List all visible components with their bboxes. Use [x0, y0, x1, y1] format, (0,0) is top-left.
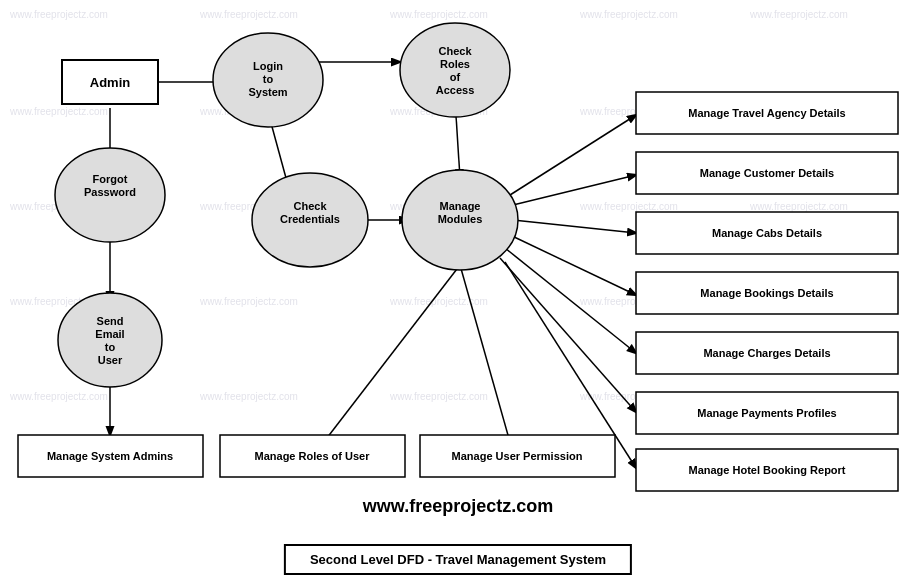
- svg-line-33: [310, 265, 460, 460]
- svg-text:Check: Check: [293, 200, 327, 212]
- svg-text:Manage Charges Details: Manage Charges Details: [703, 347, 830, 359]
- svg-line-38: [510, 235, 636, 295]
- svg-point-61: [58, 293, 162, 387]
- svg-text:Manage Cabs Details: Manage Cabs Details: [712, 227, 822, 239]
- svg-text:Check: Check: [438, 45, 472, 57]
- svg-text:Manage System Admins: Manage System Admins: [47, 450, 173, 462]
- svg-text:Password: Password: [84, 186, 136, 198]
- svg-text:of: of: [450, 71, 461, 83]
- svg-text:Manage: Manage: [440, 200, 481, 212]
- svg-text:Manage Bookings Details: Manage Bookings Details: [700, 287, 833, 299]
- svg-text:System: System: [248, 86, 287, 98]
- svg-text:Login: Login: [253, 60, 283, 72]
- svg-text:www.freeprojectz.com: www.freeprojectz.com: [9, 106, 108, 117]
- site-url: www.freeprojectz.com: [363, 496, 553, 517]
- svg-line-35: [510, 115, 636, 195]
- svg-text:www.freeprojectz.com: www.freeprojectz.com: [389, 9, 488, 20]
- svg-line-34: [460, 265, 515, 460]
- svg-text:www.freeprojectz.com: www.freeprojectz.com: [389, 296, 488, 307]
- svg-text:Roles: Roles: [440, 58, 470, 70]
- svg-text:Email: Email: [95, 328, 124, 340]
- svg-text:User: User: [98, 354, 123, 366]
- svg-line-40: [500, 258, 636, 412]
- svg-text:to: to: [263, 73, 274, 85]
- svg-text:Manage Hotel Booking Report: Manage Hotel Booking Report: [688, 464, 845, 476]
- svg-text:www.freeprojectz.com: www.freeprojectz.com: [199, 9, 298, 20]
- svg-text:Manage Roles of User: Manage Roles of User: [255, 450, 371, 462]
- svg-text:www.freeprojectz.com: www.freeprojectz.com: [199, 391, 298, 402]
- svg-text:www.freeprojectz.com: www.freeprojectz.com: [579, 9, 678, 20]
- svg-text:Manage Customer Details: Manage Customer Details: [700, 167, 834, 179]
- svg-text:Credentials: Credentials: [280, 213, 340, 225]
- svg-text:Send: Send: [97, 315, 124, 327]
- svg-point-47: [400, 23, 510, 117]
- svg-text:www.freeprojectz.com: www.freeprojectz.com: [579, 201, 678, 212]
- svg-text:www.freeprojectz.com: www.freeprojectz.com: [749, 201, 848, 212]
- footer-title: Second Level DFD - Travel Management Sys…: [284, 544, 632, 575]
- svg-text:www.freeprojectz.com: www.freeprojectz.com: [199, 296, 298, 307]
- svg-text:Access: Access: [436, 84, 475, 96]
- svg-line-37: [513, 220, 636, 233]
- svg-text:www.freeprojectz.com: www.freeprojectz.com: [9, 391, 108, 402]
- svg-text:www.freeprojectz.com: www.freeprojectz.com: [749, 9, 848, 20]
- svg-text:Manage Travel Agency Details: Manage Travel Agency Details: [688, 107, 845, 119]
- admin-label: Admin: [90, 75, 131, 90]
- svg-text:www.freeprojectz.com: www.freeprojectz.com: [9, 9, 108, 20]
- svg-text:www.freeprojectz.com: www.freeprojectz.com: [389, 391, 488, 402]
- svg-text:to: to: [105, 341, 116, 353]
- svg-text:Forgot: Forgot: [93, 173, 128, 185]
- svg-text:Manage User Permission: Manage User Permission: [452, 450, 583, 462]
- svg-text:Manage Payments Profiles: Manage Payments Profiles: [697, 407, 836, 419]
- svg-text:Modules: Modules: [438, 213, 483, 225]
